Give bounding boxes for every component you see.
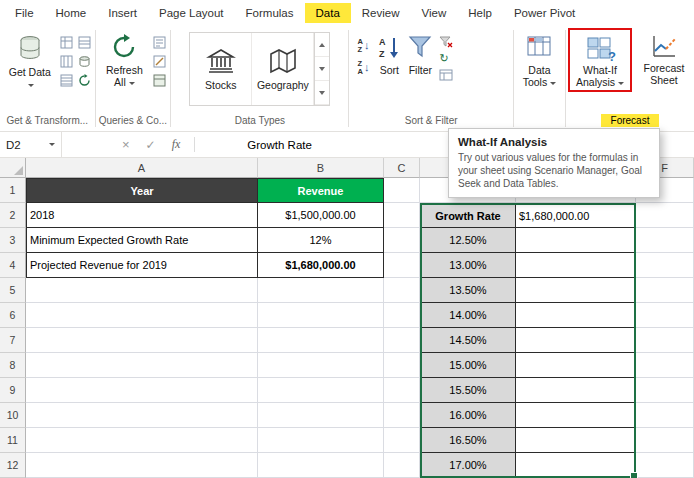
cell-c10[interactable]	[384, 403, 420, 428]
tab-help[interactable]: Help	[457, 3, 503, 23]
cell-a4[interactable]: Projected Revenue for 2019	[26, 253, 258, 278]
cell-e5[interactable]	[516, 278, 636, 303]
cell-a2[interactable]: 2018	[26, 203, 258, 228]
insert-function-icon[interactable]: fx	[172, 137, 181, 152]
cell-d10[interactable]: 16.00%	[420, 403, 516, 428]
cell-e10[interactable]	[516, 403, 636, 428]
mini-properties-icon[interactable]	[153, 36, 166, 49]
cell-b1[interactable]: Revenue	[258, 178, 384, 203]
cell-f12[interactable]	[636, 453, 694, 478]
cell-b6[interactable]	[258, 303, 384, 328]
cell-d5[interactable]: 13.50%	[420, 278, 516, 303]
mini-table-icon[interactable]	[60, 74, 73, 87]
cell-a8[interactable]	[26, 353, 258, 378]
cell-d8[interactable]: 15.00%	[420, 353, 516, 378]
sort-ascending-button[interactable]: AZ ↓	[357, 38, 369, 53]
cell-f9[interactable]	[636, 378, 694, 403]
mini-workbook-icon[interactable]	[153, 74, 166, 87]
mini-table-icon[interactable]	[60, 36, 73, 49]
cell-f5[interactable]	[636, 278, 694, 303]
row-header-6[interactable]: 6	[0, 303, 26, 328]
cell-c8[interactable]	[384, 353, 420, 378]
tab-formulas[interactable]: Formulas	[235, 3, 305, 23]
cell-c12[interactable]	[384, 453, 420, 478]
cell-a12[interactable]	[26, 453, 258, 478]
tab-page-layout[interactable]: Page Layout	[148, 3, 235, 23]
gallery-more-button[interactable]	[315, 81, 329, 105]
row-header-5[interactable]: 5	[0, 278, 26, 303]
cell-d12[interactable]: 17.00%	[420, 453, 516, 478]
tab-review[interactable]: Review	[351, 3, 411, 23]
cell-e11[interactable]	[516, 428, 636, 453]
cell-f11[interactable]	[636, 428, 694, 453]
cell-d11[interactable]: 16.50%	[420, 428, 516, 453]
stocks-button[interactable]: Stocks	[190, 33, 252, 105]
cell-d6[interactable]: 14.00%	[420, 303, 516, 328]
cell-c5[interactable]	[384, 278, 420, 303]
cell-c9[interactable]	[384, 378, 420, 403]
select-all-corner[interactable]	[0, 158, 26, 178]
cell-c2[interactable]	[384, 203, 420, 228]
name-box[interactable]: D2	[0, 132, 62, 157]
cell-f7[interactable]	[636, 328, 694, 353]
forecast-sheet-button[interactable]: Forecast Sheet	[636, 28, 692, 88]
tab-view[interactable]: View	[411, 3, 458, 23]
row-header-2[interactable]: 2	[0, 203, 26, 228]
cell-e4[interactable]	[516, 253, 636, 278]
cell-d7[interactable]: 14.50%	[420, 328, 516, 353]
cell-f3[interactable]	[636, 228, 694, 253]
cell-d9[interactable]: 15.50%	[420, 378, 516, 403]
cell-d3[interactable]: 12.50%	[420, 228, 516, 253]
tab-power-pivot[interactable]: Power Pivot	[503, 3, 586, 23]
cell-a1[interactable]: Year	[26, 178, 258, 203]
cell-e3[interactable]	[516, 228, 636, 253]
cell-a3[interactable]: Minimum Expected Growth Rate	[26, 228, 258, 253]
cell-b5[interactable]	[258, 278, 384, 303]
data-tools-button[interactable]: Data Tools	[516, 28, 563, 90]
filter-button[interactable]: Filter	[405, 28, 435, 78]
gallery-scroll-down[interactable]	[315, 57, 329, 81]
cell-a5[interactable]	[26, 278, 258, 303]
row-header-9[interactable]: 9	[0, 378, 26, 403]
mini-refresh-icon[interactable]	[78, 74, 91, 87]
cell-b3[interactable]: 12%	[258, 228, 384, 253]
cell-c7[interactable]	[384, 328, 420, 353]
cell-c3[interactable]	[384, 228, 420, 253]
cell-a10[interactable]	[26, 403, 258, 428]
cell-e6[interactable]	[516, 303, 636, 328]
cell-b10[interactable]	[258, 403, 384, 428]
mini-edit-links-icon[interactable]	[153, 55, 166, 68]
mini-table-icon[interactable]	[60, 55, 73, 68]
mini-table-icon[interactable]	[78, 36, 91, 49]
formula-input[interactable]: Growth Rate	[247, 139, 312, 151]
refresh-all-button[interactable]: Refresh All	[97, 28, 151, 90]
reapply-filter-icon[interactable]: ↻	[439, 53, 453, 64]
clear-filter-icon[interactable]	[439, 36, 453, 48]
cell-e9[interactable]	[516, 378, 636, 403]
cell-f10[interactable]	[636, 403, 694, 428]
cell-c4[interactable]	[384, 253, 420, 278]
row-header-10[interactable]: 10	[0, 403, 26, 428]
cell-f8[interactable]	[636, 353, 694, 378]
tab-home[interactable]: Home	[45, 3, 98, 23]
cell-b11[interactable]	[258, 428, 384, 453]
row-header-7[interactable]: 7	[0, 328, 26, 353]
cell-a11[interactable]	[26, 428, 258, 453]
cell-b8[interactable]	[258, 353, 384, 378]
row-header-12[interactable]: 12	[0, 453, 26, 478]
cell-f2[interactable]	[636, 203, 694, 228]
tab-file[interactable]: File	[4, 3, 45, 23]
row-header-4[interactable]: 4	[0, 253, 26, 278]
advanced-filter-icon[interactable]	[439, 69, 453, 81]
cell-c1[interactable]	[384, 178, 420, 203]
col-header-c[interactable]: C	[384, 158, 420, 178]
cell-a7[interactable]	[26, 328, 258, 353]
sort-descending-button[interactable]: ZA ↓	[357, 60, 369, 75]
row-header-3[interactable]: 3	[0, 228, 26, 253]
cell-e7[interactable]	[516, 328, 636, 353]
col-header-b[interactable]: B	[258, 158, 384, 178]
geography-button[interactable]: Geography	[252, 33, 314, 105]
mini-database-icon[interactable]	[78, 55, 91, 68]
cell-a9[interactable]	[26, 378, 258, 403]
tab-insert[interactable]: Insert	[97, 3, 148, 23]
